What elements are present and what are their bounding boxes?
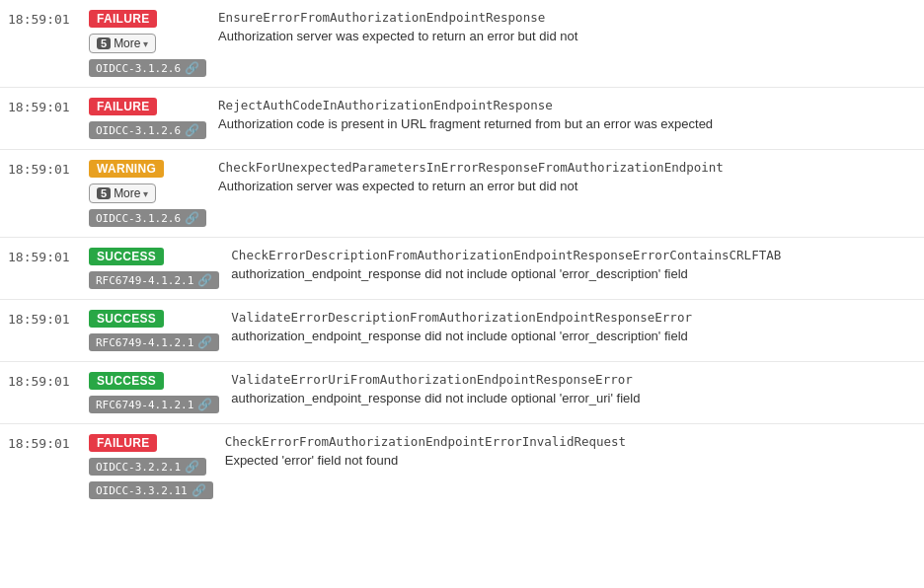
content-column: EnsureErrorFromAuthorizationEndpointResp… — [218, 10, 916, 43]
timestamp: 18:59:01 — [8, 160, 77, 177]
chevron-down-icon: ▾ — [143, 38, 148, 49]
status-badge: SUCCESS — [89, 372, 164, 390]
badges-column: SUCCESSRFC6749-4.1.2.1🔗 — [89, 372, 219, 413]
badges-column: WARNING5More▾OIDCC-3.1.2.6🔗 — [89, 160, 206, 227]
table-row: 18:59:01FAILURE5More▾OIDCC-3.1.2.6🔗Ensur… — [0, 0, 924, 88]
test-name: CheckErrorFromAuthorizationEndpointError… — [225, 434, 916, 449]
tag-label: OIDCC-3.1.2.6 — [96, 124, 181, 137]
status-badge: FAILURE — [89, 10, 157, 28]
link-icon: 🔗 — [192, 483, 206, 497]
content-column: ValidateErrorUriFromAuthorizationEndpoin… — [231, 372, 916, 405]
test-message: authorization_endpoint_response did not … — [231, 266, 916, 281]
tag-badge[interactable]: OIDCC-3.3.2.11🔗 — [89, 481, 213, 499]
test-name: CheckForUnexpectedParametersInErrorRespo… — [218, 160, 916, 175]
test-name: CheckErrorDescriptionFromAuthorizationEn… — [231, 248, 916, 262]
tag-badge[interactable]: RFC6749-4.1.2.1🔗 — [89, 333, 219, 351]
tag-badge[interactable]: OIDCC-3.1.2.6🔗 — [89, 209, 206, 227]
test-name: ValidateErrorDescriptionFromAuthorizatio… — [231, 310, 916, 325]
test-message: Authorization server was expected to ret… — [218, 29, 916, 43]
tag-badge[interactable]: OIDCC-3.1.2.6🔗 — [89, 121, 206, 139]
test-name: EnsureErrorFromAuthorizationEndpointResp… — [218, 10, 916, 25]
tag-label: RFC6749-4.1.2.1 — [96, 274, 193, 287]
table-row: 18:59:01WARNING5More▾OIDCC-3.1.2.6🔗Check… — [0, 150, 924, 238]
status-badge: FAILURE — [89, 434, 157, 452]
tag-badge[interactable]: RFC6749-4.1.2.1🔗 — [89, 271, 219, 289]
badges-column: SUCCESSRFC6749-4.1.2.1🔗 — [89, 248, 219, 289]
status-badge: SUCCESS — [89, 248, 164, 265]
more-count: 5 — [97, 187, 111, 199]
content-column: CheckErrorDescriptionFromAuthorizationEn… — [231, 248, 916, 281]
link-icon: 🔗 — [197, 335, 212, 349]
more-label: More — [114, 37, 140, 50]
timestamp: 18:59:01 — [8, 98, 77, 114]
tag-label: RFC6749-4.1.2.1 — [96, 399, 193, 411]
tag-label: OIDCC-3.1.2.6 — [96, 212, 181, 225]
test-message: Authorization server was expected to ret… — [218, 179, 916, 193]
test-message: Authorization code is present in URL fra… — [218, 116, 916, 131]
table-row: 18:59:01SUCCESSRFC6749-4.1.2.1🔗ValidateE… — [0, 300, 924, 362]
tag-label: OIDCC-3.2.2.1 — [96, 461, 181, 474]
more-label: More — [114, 186, 140, 200]
table-row: 18:59:01SUCCESSRFC6749-4.1.2.1🔗CheckErro… — [0, 238, 924, 300]
chevron-down-icon: ▾ — [143, 188, 148, 199]
log-container: 18:59:01FAILURE5More▾OIDCC-3.1.2.6🔗Ensur… — [0, 0, 924, 588]
status-badge: SUCCESS — [89, 310, 164, 328]
test-message: authorization_endpoint_response did not … — [231, 391, 916, 405]
tag-label: OIDCC-3.3.2.11 — [96, 484, 188, 497]
test-name: ValidateErrorUriFromAuthorizationEndpoin… — [231, 372, 916, 387]
content-column: CheckErrorFromAuthorizationEndpointError… — [225, 434, 916, 468]
table-row: 18:59:01FAILUREOIDCC-3.2.2.1🔗OIDCC-3.3.2… — [0, 424, 924, 509]
timestamp: 18:59:01 — [8, 248, 77, 264]
badges-column: FAILURE5More▾OIDCC-3.1.2.6🔗 — [89, 10, 206, 77]
badges-column: SUCCESSRFC6749-4.1.2.1🔗 — [89, 310, 219, 351]
link-icon: 🔗 — [197, 273, 212, 287]
test-name: RejectAuthCodeInAuthorizationEndpointRes… — [218, 98, 916, 112]
badges-column: FAILUREOIDCC-3.1.2.6🔗 — [89, 98, 206, 139]
content-column: RejectAuthCodeInAuthorizationEndpointRes… — [218, 98, 916, 131]
timestamp: 18:59:01 — [8, 372, 77, 389]
table-row: 18:59:01SUCCESSRFC6749-4.1.2.1🔗ValidateE… — [0, 362, 924, 424]
tag-badge[interactable]: OIDCC-3.2.2.1🔗 — [89, 458, 206, 476]
status-badge: WARNING — [89, 160, 164, 178]
more-button[interactable]: 5More▾ — [89, 34, 156, 53]
content-column: CheckForUnexpectedParametersInErrorRespo… — [218, 160, 916, 193]
link-icon: 🔗 — [185, 460, 199, 474]
timestamp: 18:59:01 — [8, 434, 77, 451]
timestamp: 18:59:01 — [8, 10, 77, 27]
more-count: 5 — [97, 37, 111, 49]
test-message: Expected 'error' field not found — [225, 453, 916, 468]
link-icon: 🔗 — [185, 61, 199, 75]
more-button[interactable]: 5More▾ — [89, 184, 156, 203]
link-icon: 🔗 — [185, 123, 199, 137]
link-icon: 🔗 — [197, 398, 212, 411]
tag-label: RFC6749-4.1.2.1 — [96, 336, 193, 349]
table-row: 18:59:01FAILUREOIDCC-3.1.2.6🔗RejectAuthC… — [0, 88, 924, 150]
timestamp: 18:59:01 — [8, 310, 77, 327]
tag-badge[interactable]: OIDCC-3.1.2.6🔗 — [89, 59, 206, 77]
badges-column: FAILUREOIDCC-3.2.2.1🔗OIDCC-3.3.2.11🔗 — [89, 434, 213, 499]
test-message: authorization_endpoint_response did not … — [231, 329, 916, 343]
tag-badge[interactable]: RFC6749-4.1.2.1🔗 — [89, 396, 219, 413]
tag-label: OIDCC-3.1.2.6 — [96, 62, 181, 75]
status-badge: FAILURE — [89, 98, 157, 115]
link-icon: 🔗 — [185, 211, 199, 225]
content-column: ValidateErrorDescriptionFromAuthorizatio… — [231, 310, 916, 343]
